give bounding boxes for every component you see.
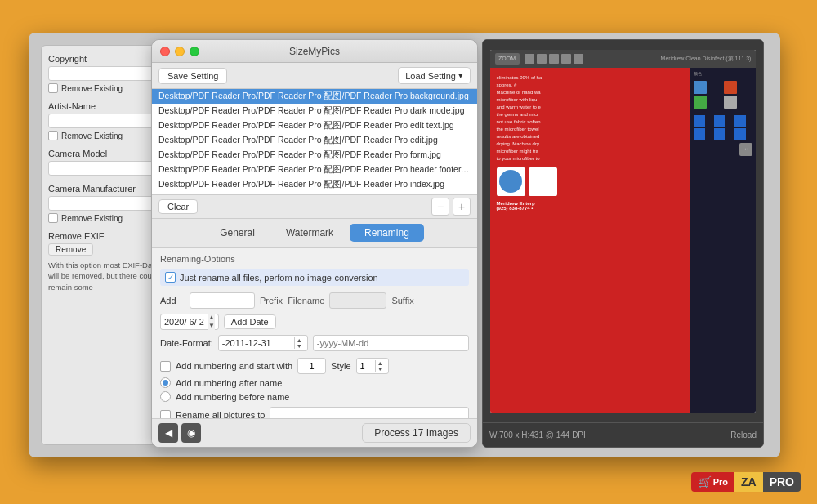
blue-square xyxy=(734,128,746,140)
pdf-content: eliminates 99% of haspores. #Machine or … xyxy=(490,68,757,413)
eye-buttons: ◀ ◉ xyxy=(158,423,201,443)
date-display: 2020/ 6/ 2 xyxy=(164,317,204,327)
remove-item-button[interactable]: − xyxy=(431,198,449,216)
zapro-prefix: Pro xyxy=(713,477,728,487)
add-before-label: Add numbering before name xyxy=(176,392,289,402)
copyright-remove-row: Remove Existing xyxy=(48,83,160,93)
app-window: SizeMyPics Save Setting Load Setting ▾ D… xyxy=(151,39,478,448)
just-rename-row: Just rename all files, perfom no image-c… xyxy=(160,269,469,286)
pdf-window-title: Meridrew Clean Disinfect (第 111.3) xyxy=(661,55,752,63)
bottom-bar: ◀ ◉ Process 17 Images xyxy=(152,418,477,447)
color-swatches xyxy=(694,81,752,109)
suffix-label: Suffix xyxy=(391,296,413,306)
file-list-controls: Clear − + xyxy=(152,195,477,219)
reload-button[interactable]: Reload xyxy=(730,430,757,439)
process-button[interactable]: Process 17 Images xyxy=(362,423,471,443)
file-item[interactable]: Desktop/PDF Reader Pro/PDF Reader Pro 配图… xyxy=(152,118,477,133)
pdf-preview: ZOOM Meridrew Clean Disinfect (第 111.3) … xyxy=(490,50,757,413)
add-before-row: Add numbering before name xyxy=(160,391,469,402)
copyright-remove-checkbox[interactable] xyxy=(48,83,58,93)
sidebar-text: 颜色 xyxy=(694,71,752,76)
blue-square xyxy=(714,128,725,140)
maximize-button[interactable] xyxy=(190,47,199,56)
clear-button[interactable]: Clear xyxy=(158,199,198,214)
pdf-toolbar: ZOOM Meridrew Clean Disinfect (第 111.3) xyxy=(490,50,757,68)
camera-model-input[interactable] xyxy=(48,161,160,176)
camera-manufacturer-section: Camera Manufacturer Remove Existing xyxy=(48,184,160,223)
minimize-button[interactable] xyxy=(175,47,185,56)
add-date-button[interactable]: Add Date xyxy=(224,314,276,329)
style-select[interactable]: 1 ▲ ▼ xyxy=(356,358,389,374)
preview-image-area: ZOOM Meridrew Clean Disinfect (第 111.3) … xyxy=(483,40,763,422)
copyright-input[interactable] xyxy=(48,66,160,81)
date-stepper[interactable]: ▲ ▼ xyxy=(208,314,215,330)
product-images xyxy=(497,167,685,196)
date-down-button[interactable]: ▼ xyxy=(208,322,215,330)
numbering-start-input[interactable] xyxy=(297,358,326,374)
eye-left-button[interactable]: ◀ xyxy=(158,423,178,443)
date-format-label: Date-Format: xyxy=(160,338,213,348)
add-after-row: Add numbering after name xyxy=(160,377,469,388)
just-rename-checkbox[interactable] xyxy=(165,272,176,283)
date-format-stepper[interactable]: ▲ ▼ xyxy=(294,337,304,349)
swatch xyxy=(724,96,737,109)
right-panel-bottom: W:700 x H:431 @ 144 DPI Reload xyxy=(483,422,763,447)
date-up-button[interactable]: ▲ xyxy=(208,314,215,322)
remove-exif-title: Remove EXIF xyxy=(48,231,160,241)
date-format-text-input[interactable] xyxy=(313,335,469,351)
pdf-text-1: eliminates 99% of haspores. #Machine or … xyxy=(497,74,685,163)
save-setting-button[interactable]: Save Setting xyxy=(158,68,227,84)
copyright-section: Copyright Remove Existing xyxy=(48,54,160,93)
manufacturer-remove-checkbox[interactable] xyxy=(48,213,58,223)
date-format-select[interactable]: -2011-12-31 ▲ ▼ xyxy=(218,335,308,351)
camera-manufacturer-label: Camera Manufacturer xyxy=(48,184,160,194)
load-setting-button[interactable]: Load Setting ▾ xyxy=(398,67,471,84)
exif-description: With this option most EXIF-Data will be … xyxy=(48,260,160,292)
toolbar-icon xyxy=(537,54,547,64)
add-item-button[interactable]: + xyxy=(453,198,471,216)
add-before-radio[interactable] xyxy=(160,391,171,402)
file-item[interactable]: Desktop/PDF Reader Pro/PDF Reader Pro 配图… xyxy=(152,89,477,104)
camera-model-section: Camera Model xyxy=(48,149,160,176)
artist-input[interactable] xyxy=(48,114,160,128)
prefix-input[interactable] xyxy=(190,292,255,309)
numbering-main-row: Add numbering and start with Style 1 ▲ ▼ xyxy=(160,358,469,374)
pdf-sidebar: 颜色 xyxy=(690,68,756,413)
toolbar-icon xyxy=(549,54,559,64)
swatch xyxy=(694,96,707,109)
eye-right-button[interactable]: ◉ xyxy=(181,423,201,443)
zapro-badge: 🛒 Pro xyxy=(691,472,734,492)
file-item[interactable]: Desktop/PDF Reader Pro/PDF Reader Pro 配图… xyxy=(152,163,477,177)
blue-square xyxy=(694,128,705,140)
add-after-radio[interactable] xyxy=(160,377,171,388)
blue-square xyxy=(714,115,725,127)
za-text: ZA xyxy=(734,472,763,492)
file-item[interactable]: Desktop/PDF Reader Pro/PDF Reader Pro 配图… xyxy=(152,177,477,192)
tab-general[interactable]: General xyxy=(205,224,270,242)
numbering-checkbox[interactable] xyxy=(160,361,171,372)
blue-squares xyxy=(694,115,752,140)
artist-remove-checkbox[interactable] xyxy=(48,131,58,140)
product-circle xyxy=(499,170,522,193)
copyright-label: Copyright xyxy=(48,54,160,64)
style-stepper[interactable]: ▲ ▼ xyxy=(375,360,385,372)
prefix-label: Prefix xyxy=(260,296,283,306)
camera-manufacturer-input[interactable] xyxy=(48,196,160,211)
tab-renaming[interactable]: Renaming xyxy=(350,224,424,242)
artist-remove-label: Remove Existing xyxy=(61,132,123,140)
date-input-group: 2020/ 6/ 2 ▲ ▼ xyxy=(160,314,219,330)
file-item[interactable]: Desktop/PDF Reader Pro/PDF Reader Pro 配图… xyxy=(152,104,477,118)
chevron-down-icon: ▾ xyxy=(458,70,463,81)
toolbar-icons xyxy=(525,54,583,64)
toolbar: Save Setting Load Setting ▾ xyxy=(152,63,477,89)
file-item[interactable]: Desktop/PDF Reader Pro/PDF Reader Pro 配图… xyxy=(152,148,477,163)
add-label: Add xyxy=(160,296,185,306)
remove-exif-button[interactable]: Remove xyxy=(48,243,93,256)
file-item[interactable]: Desktop/PDF Reader Pro/PDF Reader Pro 配图… xyxy=(152,133,477,148)
toolbar-icon xyxy=(561,54,571,64)
tab-watermark[interactable]: Watermark xyxy=(271,224,348,242)
file-list[interactable]: Desktop/PDF Reader Pro/PDF Reader Pro 配图… xyxy=(152,89,477,195)
suffix-input[interactable] xyxy=(329,292,386,309)
pdf-red-area: eliminates 99% of haspores. #Machine or … xyxy=(490,68,691,413)
close-button[interactable] xyxy=(160,47,170,56)
